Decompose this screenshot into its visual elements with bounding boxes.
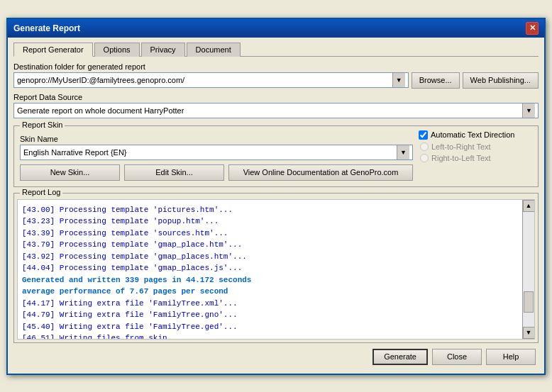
skin-row: Skin Name English Narrative Report {EN} … [20,130,532,181]
left-right-row: Left-to-Right Text [420,142,532,151]
tabs-container: Report Generator Options Privacy Documen… [13,42,539,57]
destination-value: genopro://MyUserID:@familytrees.genopro.… [17,76,392,84]
close-button[interactable]: Close [432,349,482,365]
report-log-title: Report Log [20,188,62,196]
scrollbar-down-btn[interactable]: ▼ [523,327,535,339]
help-button[interactable]: Help [486,349,536,365]
left-right-label: Left-to-Right Text [431,142,491,151]
online-doc-button[interactable]: View Online Documentation at GenoPro.com [228,164,413,181]
tab-report-generator[interactable]: Report Generator [13,43,93,57]
skin-right-col: Automatic Text Direction Left-to-Right T… [419,130,532,162]
skin-name-combobox[interactable]: English Narrative Report {EN} ▼ [20,145,413,160]
left-right-radio[interactable] [420,142,429,151]
close-icon[interactable]: ✕ [526,22,539,35]
report-log-content: [43.00] Processing template 'pictures.ht… [18,200,522,339]
auto-text-dir-checkbox[interactable] [419,130,428,140]
skin-left-col: Skin Name English Narrative Report {EN} … [20,130,413,181]
log-line: [44.17] Writing extra file 'FamilyTree.x… [22,298,518,310]
destination-label: Destination folder for generated report [13,62,539,71]
skin-group-title: Report Skin [20,121,65,129]
log-line: Generated and written 339 pages in 44.17… [22,274,518,286]
log-line: [43.23] Processing template 'popup.htm'.… [22,215,518,228]
log-line: [44.04] Processing template 'gmap_places… [22,262,518,274]
generate-button[interactable]: Generate [372,349,428,365]
data-source-combobox[interactable]: Generate report on whole document HarryP… [13,103,539,118]
log-line: [43.92] Processing template 'gmap_places… [22,251,518,263]
destination-combobox[interactable]: genopro://MyUserID:@familytrees.genopro.… [13,72,409,88]
log-line: [46.51] Writing files from skin... [22,332,518,339]
scrollbar-track [523,212,534,327]
scrollbar-up-btn[interactable]: ▲ [523,200,535,212]
right-left-row: Right-to-Left Text [420,154,532,162]
log-line: [43.39] Processing template 'sources.htm… [22,228,518,240]
log-line: [43.00] Processing template 'pictures.ht… [22,204,518,216]
data-source-label: Report Data Source [13,93,539,101]
destination-dropdown-arrow[interactable]: ▼ [392,73,405,87]
bottom-buttons: Generate Close Help [13,343,539,368]
log-line: average performance of 7.67 pages per se… [22,286,518,298]
right-left-radio[interactable] [420,154,429,162]
skin-name-dropdown-arrow[interactable]: ▼ [397,145,409,159]
data-source-dropdown-arrow[interactable]: ▼ [522,103,535,118]
log-scrollbar[interactable]: ▲ ▼ [522,200,534,339]
data-source-value: Generate report on whole document HarryP… [17,106,522,115]
title-bar: Generate Report ✕ [8,19,544,38]
edit-skin-button[interactable]: Edit Skin... [124,164,224,181]
log-line: [45.40] Writing extra file 'FamilyTree.g… [22,321,518,333]
destination-row: genopro://MyUserID:@familytrees.genopro.… [13,72,539,89]
dialog-title: Generate Report [13,23,80,33]
dialog-body: Report Generator Options Privacy Documen… [8,38,544,374]
tab-document[interactable]: Document [187,43,241,57]
report-log-area: [43.00] Processing template 'pictures.ht… [17,199,535,340]
right-left-label: Right-to-Left Text [431,154,491,162]
log-line: [43.79] Processing template 'gmap_place.… [22,239,518,251]
log-line: [44.79] Writing extra file 'FamilyTree.g… [22,309,518,321]
generate-report-dialog: Generate Report ✕ Report Generator Optio… [6,18,546,375]
browse-button[interactable]: Browse... [412,72,460,89]
skin-name-label: Skin Name [20,135,413,143]
skin-group: Report Skin Skin Name English Narrative … [13,125,539,187]
new-skin-button[interactable]: New Skin... [20,164,120,181]
tab-privacy[interactable]: Privacy [141,43,185,57]
report-log-group: Report Log [43.00] Processing template '… [13,193,539,343]
auto-text-dir-label: Automatic Text Direction [431,130,514,139]
scrollbar-thumb[interactable] [524,291,534,313]
skin-buttons: New Skin... Edit Skin... View Online Doc… [20,164,413,181]
tab-options[interactable]: Options [94,43,140,57]
auto-text-dir-row: Automatic Text Direction [419,130,532,140]
web-publishing-button[interactable]: Web Publishing... [463,72,539,89]
skin-name-value: English Narrative Report {EN} [23,148,397,157]
